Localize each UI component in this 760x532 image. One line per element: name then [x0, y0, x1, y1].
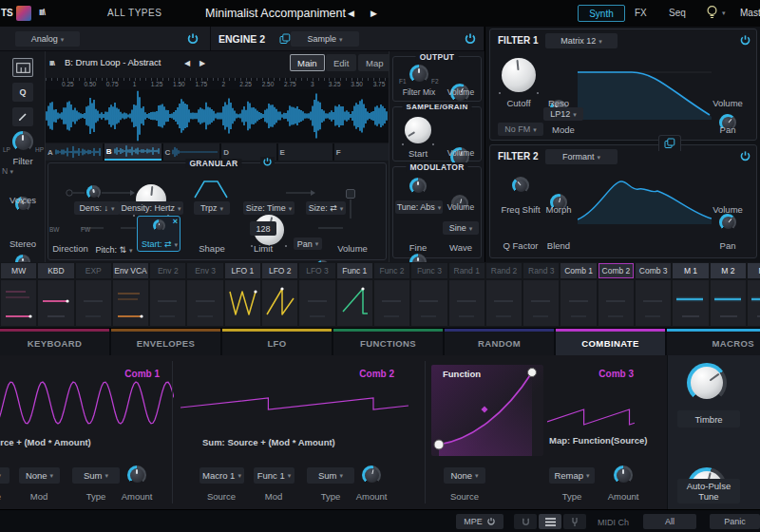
mod-source-tab[interactable]: Comb 1 — [560, 263, 596, 278]
engine1-type-select[interactable]: Analog▾ — [15, 31, 80, 47]
size2-mode-select[interactable]: Size: ⇄▾ — [306, 201, 346, 215]
mod-source-tab[interactable]: Comb 3 — [636, 263, 671, 278]
mod-source-tab[interactable]: M 3 — [748, 263, 760, 278]
macro2-name[interactable]: Auto-Pulse Tune — [677, 479, 740, 504]
magnet-icon[interactable] — [514, 514, 537, 529]
comb3-waveform[interactable] — [547, 405, 635, 429]
mod-source-tab[interactable]: Rand 3 — [523, 263, 559, 278]
mod-source-tab[interactable]: EXP — [76, 263, 111, 278]
mod-source-preview[interactable] — [337, 280, 372, 326]
start-mode-select[interactable]: Start: ⇄▾ — [138, 238, 181, 251]
mod-source-tab[interactable]: LFO 2 — [262, 263, 297, 278]
comb1-waveform[interactable] — [0, 378, 174, 428]
comb1-mod-select[interactable]: None▾ — [19, 467, 60, 484]
section-tab-keyboard[interactable]: KEYBOARD — [0, 329, 109, 355]
sample-prev-button[interactable]: ◀ — [184, 59, 190, 67]
mod-source-tab[interactable]: MW — [1, 263, 36, 278]
mod-source-preview[interactable] — [449, 280, 484, 326]
mod-source-preview[interactable] — [262, 280, 297, 326]
mod-wave-select[interactable]: Sine▾ — [443, 221, 479, 235]
library-filter[interactable]: ALL TYPES — [107, 8, 162, 18]
q-tool-button[interactable]: Q — [12, 83, 33, 102]
mod-source-tab[interactable]: Comb 2 — [598, 263, 634, 278]
mod-source-tab[interactable]: Rand 1 — [449, 263, 484, 278]
shape-type-select[interactable]: Trpz▾ — [194, 201, 230, 215]
preset-next-button[interactable]: ▶ — [370, 9, 377, 18]
unison-mode-select[interactable]: N ▾ — [2, 166, 13, 176]
engine2-header[interactable]: ENGINE 2 Sample▾ — [211, 27, 484, 51]
freq-shift-knob[interactable] — [512, 177, 529, 194]
tuning-fork-icon[interactable] — [563, 514, 586, 529]
mod-source-preview[interactable] — [560, 280, 596, 326]
preset-prev-button[interactable]: ◀ — [348, 9, 354, 18]
cutoff-knob[interactable] — [502, 58, 536, 92]
comb1-type-select[interactable]: Sum▾ — [72, 467, 120, 484]
mod-source-tab[interactable]: KBD — [38, 263, 73, 278]
mod-source-tab[interactable]: M 2 — [711, 263, 746, 278]
mod-source-preview[interactable] — [374, 280, 409, 326]
comb3-source-select[interactable]: None▾ — [444, 467, 485, 484]
filter1-type-select[interactable]: Matrix 12▾ — [545, 33, 618, 48]
sample-tab-edit[interactable]: Edit — [326, 54, 356, 71]
engine1-power-icon[interactable] — [186, 32, 200, 46]
section-tab-random[interactable]: RANDOM — [445, 329, 554, 355]
view-tab-synth[interactable]: Synth — [578, 5, 625, 22]
mod-source-tab[interactable]: Env 2 — [150, 263, 185, 278]
dens-knob[interactable] — [86, 185, 101, 200]
filter2-volume-knob[interactable] — [719, 214, 736, 231]
mod-tune-knob[interactable] — [409, 178, 427, 195]
pan-mode-select[interactable]: Pan▾ — [294, 238, 322, 250]
mpe-button[interactable]: MPE — [456, 514, 504, 529]
section-tab-lfo[interactable]: LFO — [222, 329, 332, 355]
section-tab-envelopes[interactable]: ENVELOPES — [111, 329, 220, 355]
section-tab-functions[interactable]: FUNCTIONS — [333, 329, 443, 355]
sample-slot-B[interactable]: B — [104, 143, 162, 161]
mod-source-preview[interactable] — [299, 280, 334, 326]
filter2-curve[interactable] — [578, 170, 712, 224]
size-mode-select[interactable]: Size: Time▾ — [243, 201, 294, 215]
brand-mark-icon[interactable]: III\ — [39, 8, 45, 17]
keyboard-tool-button[interactable] — [12, 58, 33, 77]
mod-source-tab[interactable]: M 1 — [673, 263, 708, 278]
comb2-source-select[interactable]: Macro 1▾ — [200, 467, 244, 484]
sample-slot-A[interactable]: A — [46, 143, 103, 161]
comb3-function-graph[interactable]: Function — [431, 365, 543, 456]
mod-source-tab[interactable]: Rand 2 — [486, 263, 522, 278]
mod-source-tab[interactable]: Env VCA — [113, 263, 148, 278]
comb1-source-select[interactable]: None▾ — [0, 467, 10, 484]
mod-source-tab[interactable]: LFO 3 — [299, 263, 334, 278]
density-mode-select[interactable]: Density: Hertz▾ — [119, 201, 183, 215]
filter1-power-icon[interactable] — [739, 34, 751, 47]
panic-button[interactable]: Panic — [710, 514, 760, 529]
app-logo[interactable]: TS — [1, 8, 13, 18]
limit-value-field[interactable]: 128 — [250, 221, 276, 236]
comb3-type-select[interactable]: Remap▾ — [549, 467, 595, 484]
mod-source-preview[interactable] — [187, 280, 222, 326]
tips-caret-icon[interactable]: ▾ — [722, 10, 726, 17]
pitch-mode-select[interactable]: Pitch: ⇅▾ — [94, 243, 134, 256]
comb3-amount-knob[interactable] — [614, 466, 633, 484]
tune-mode-select[interactable]: Tune: Abs▾ — [395, 200, 443, 214]
mod-source-preview[interactable] — [711, 280, 746, 326]
filter2-type-select[interactable]: Formant▾ — [545, 149, 618, 164]
engine2-type-select[interactable]: Sample▾ — [291, 31, 359, 47]
filter-copy-icon[interactable] — [658, 135, 681, 151]
mod-source-preview[interactable] — [76, 280, 111, 326]
start-mod-cell[interactable]: × Start: ⇄▾ — [137, 216, 180, 252]
preset-art-thumbnail[interactable] — [16, 6, 31, 21]
filter2-power-icon[interactable] — [739, 150, 751, 162]
filter1-mode-select[interactable]: LP12▾ — [543, 107, 583, 121]
pencil-tool-button[interactable] — [12, 107, 33, 126]
comb2-mod-select[interactable]: Func 1▾ — [254, 467, 294, 484]
mod-source-preview[interactable] — [225, 280, 260, 326]
midi-all-button[interactable]: All — [643, 514, 696, 529]
tips-lightbulb-icon[interactable] — [706, 5, 718, 21]
comb2-amount-knob[interactable] — [362, 466, 381, 484]
sample-tab-main[interactable]: Main — [290, 54, 325, 71]
mod-source-preview[interactable] — [636, 280, 671, 326]
filter1-curve[interactable] — [578, 56, 712, 120]
mod-source-preview[interactable] — [748, 280, 760, 326]
engine2-copy-icon[interactable] — [279, 33, 291, 45]
mod-source-preview[interactable] — [38, 280, 73, 326]
mod-source-preview[interactable] — [150, 280, 185, 326]
